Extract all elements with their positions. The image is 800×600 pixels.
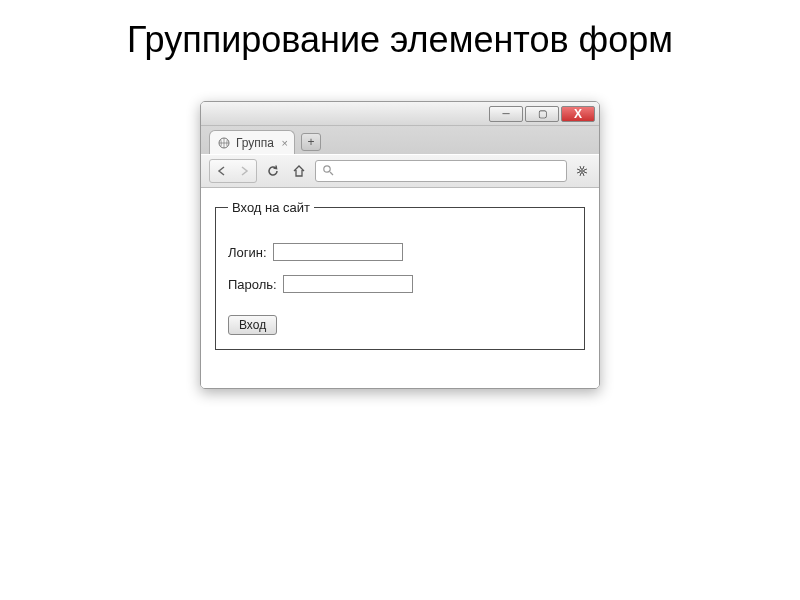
svg-point-3 [581, 170, 583, 172]
slide-title: Группирование элементов форм [0, 18, 800, 61]
login-row: Логин: [228, 243, 572, 261]
browser-toolbar [201, 154, 599, 188]
globe-icon [218, 137, 230, 149]
close-button[interactable]: X [561, 106, 595, 122]
login-label: Логин: [228, 245, 267, 260]
login-input[interactable] [273, 243, 403, 261]
minimize-button[interactable]: ─ [489, 106, 523, 122]
tab-close-icon[interactable]: × [282, 137, 288, 149]
svg-line-2 [330, 172, 333, 175]
password-label: Пароль: [228, 277, 277, 292]
tab-title: Группа [236, 136, 274, 150]
url-bar[interactable] [315, 160, 567, 182]
nav-arrows-group [209, 159, 257, 183]
new-tab-button[interactable]: + [301, 133, 321, 151]
search-icon [322, 162, 334, 180]
back-button[interactable] [212, 161, 232, 181]
browser-tab[interactable]: Группа × [209, 130, 295, 154]
page-content: Вход на сайт Логин: Пароль: Вход [201, 188, 599, 388]
password-input[interactable] [283, 275, 413, 293]
forward-button[interactable] [234, 161, 254, 181]
browser-window: ─ ▢ X Группа × + [200, 101, 600, 389]
submit-button[interactable]: Вход [228, 315, 277, 335]
svg-point-1 [324, 166, 330, 172]
maximize-button[interactable]: ▢ [525, 106, 559, 122]
login-fieldset: Вход на сайт Логин: Пароль: Вход [215, 200, 585, 350]
fieldset-legend: Вход на сайт [228, 200, 314, 215]
password-row: Пароль: [228, 275, 572, 293]
window-titlebar: ─ ▢ X [201, 102, 599, 126]
settings-button[interactable] [573, 162, 591, 180]
reload-button[interactable] [263, 161, 283, 181]
home-button[interactable] [289, 161, 309, 181]
tab-strip: Группа × + [201, 126, 599, 154]
